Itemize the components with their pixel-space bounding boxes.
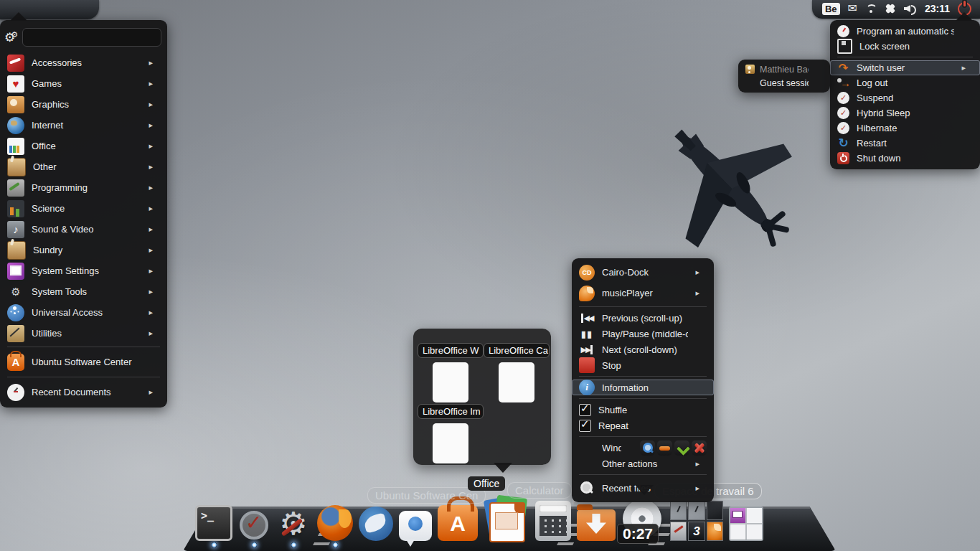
wifi-icon[interactable] [865,4,877,14]
pager-icon [729,507,763,541]
sundry-item[interactable]: Sundry ▸ [0,240,167,260]
programming-item[interactable]: Programming ▸ [0,177,167,198]
clockface-item[interactable]: Hybrid Sleep ▸ [830,105,980,121]
playpause-item[interactable]: Play/Pause (middle-click) ▸ [572,326,714,342]
menu-search-input[interactable] [22,28,161,47]
workspace-switcher[interactable]: 3 [670,501,723,547]
desktop-wallpaper[interactable]: Be ✉ 23:11 ⚙⚙ Accessories ▸ [0,0,980,551]
calculator-icon [535,501,571,541]
next-item[interactable]: Next (scroll-down) ▸ [572,342,714,357]
science-item[interactable]: Science ▸ [0,198,167,219]
office-tooltip: Office [468,476,505,491]
sound-video-item[interactable]: Sound & Video ▸ [0,219,167,240]
other-item[interactable]: Other ▸ [0,156,167,177]
mail-icon[interactable]: ✉ [848,3,857,14]
accessories-item[interactable]: Accessories ▸ [0,52,167,73]
timer-item[interactable]: Program an automatic shut-down ▸ [830,24,980,39]
office-icon [484,496,529,541]
thunderbird[interactable] [359,507,393,547]
messenger[interactable] [399,511,432,547]
task-checker[interactable] [238,509,270,547]
documents-folder[interactable] [44,2,59,17]
lo-calc-icon[interactable] [499,362,534,402]
switch-user-item[interactable]: Switch user ▸ [830,60,980,75]
info-icon [579,380,595,395]
log-out-item[interactable]: Log out ▸ [830,75,980,90]
utilities-item[interactable]: Utilities ▸ [0,323,167,344]
system-tools-item[interactable]: System Tools ▸ [0,281,167,302]
lo-calc-item[interactable]: LibreOffice Ca [484,343,550,402]
checkbox[interactable] [579,404,591,416]
recent-documents-item[interactable]: Recent Documents ▸ [0,380,167,404]
lo-impress-item[interactable]: LibreOffice Im [418,404,484,463]
keyboard-layout-indicator[interactable]: Be [822,3,840,15]
prev-icon [579,310,595,326]
music-player[interactable]: 0:27 [621,499,664,547]
running-indicator [333,542,338,547]
volume-icon[interactable] [904,4,917,14]
guest-session-item[interactable]: Guest session ▸ [738,76,830,90]
internet-item[interactable]: Internet ▸ [0,115,167,136]
ubuntu-software-center[interactable] [438,505,478,547]
firefox-icon [317,505,353,541]
shuffle-item[interactable]: Shuffle ▸ [572,402,714,418]
lock-screen-item[interactable]: Lock screen ▸ [830,39,980,54]
firefox[interactable] [317,505,353,547]
gears-icon: ⚙⚙ [4,30,18,45]
universal-access-item[interactable]: Universal Access ▸ [0,302,167,323]
user-icon [745,65,755,74]
shutdown-item[interactable]: Shut down ▸ [830,151,980,166]
graphics-item[interactable]: Graphics ▸ [0,94,167,115]
workspace-number: 3 [693,524,699,539]
playpause-icon [579,326,595,342]
info-item[interactable]: Information ▸ [572,380,714,395]
software-center-sm-item[interactable]: Ubuntu Software Center ▸ [0,350,167,374]
stop-item[interactable]: Stop ▸ [572,357,714,373]
prev-item[interactable]: Previous (scroll-up) ▸ [572,310,714,326]
dropbox-icon[interactable] [885,3,896,14]
checkbox[interactable] [579,420,591,432]
musicplayer-item[interactable]: musicPlayer ▸ [572,283,714,303]
system-settings-item[interactable]: System Settings ▸ [0,260,167,281]
minimize-icon[interactable] [657,441,672,456]
restart-item[interactable]: Restart ▸ [830,136,980,151]
desktop-pager[interactable] [729,507,763,547]
disc-icon: 0:27 [621,499,664,541]
maximize-icon[interactable] [674,441,689,456]
lo-writer-item[interactable]: LibreOffice W [418,343,484,402]
clockface-item[interactable]: Hibernate ▸ [830,121,980,136]
downloads-folder[interactable] [577,509,616,547]
games-item[interactable]: Games ▸ [0,73,167,94]
check-app-icon [238,509,270,541]
clockface-item[interactable]: Suspend ▸ [830,90,980,105]
other-actions-item[interactable]: Other actions ▸ [572,456,714,471]
terminal-icon [195,505,232,541]
system-tray: Be ✉ 23:11 [812,0,980,19]
player-context-menu: Cairo-Dock ▸ musicPlayer ▸ Previous (scr… [572,258,714,502]
workspaces-icon: 3 [670,501,723,541]
separator [579,436,707,437]
separator [7,347,160,347]
clock[interactable]: 23:11 [925,3,950,14]
separator [579,306,707,307]
calculator[interactable] [535,501,571,547]
running-indicator [252,542,257,547]
office-subdock: LibreOffice W LibreOffice Ca LibreOffice… [413,329,551,465]
window-row[interactable]: Window ▸ [572,440,714,456]
system-tools-icon [7,283,24,301]
office-launcher[interactable] [484,496,529,547]
office-cat-item[interactable]: Office ▸ [0,136,167,156]
cairo-dock-item[interactable]: Cairo-Dock ▸ [572,262,714,283]
lo-writer-icon[interactable] [433,362,468,402]
clockface-icon [837,107,849,119]
zoom-icon[interactable] [640,441,655,456]
system-tools[interactable] [275,507,311,547]
internet-icon [7,117,24,134]
close-icon[interactable] [692,441,707,456]
separator [7,377,160,377]
user-item[interactable]: Matthieu Baerts ▸ [738,62,830,76]
lo-impress-icon[interactable] [433,423,468,463]
repeat-item[interactable]: Repeat ▸ [572,418,714,433]
terminal[interactable] [195,505,232,547]
software-center-sm-icon [7,354,24,371]
